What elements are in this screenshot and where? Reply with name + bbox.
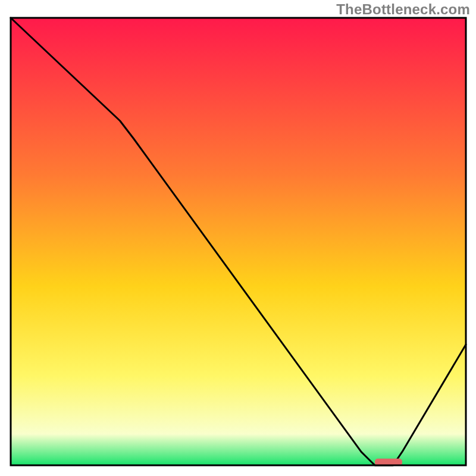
chart-svg xyxy=(0,0,476,476)
chart-stage: TheBottleneck.com xyxy=(0,0,476,476)
plot-background xyxy=(11,18,466,465)
